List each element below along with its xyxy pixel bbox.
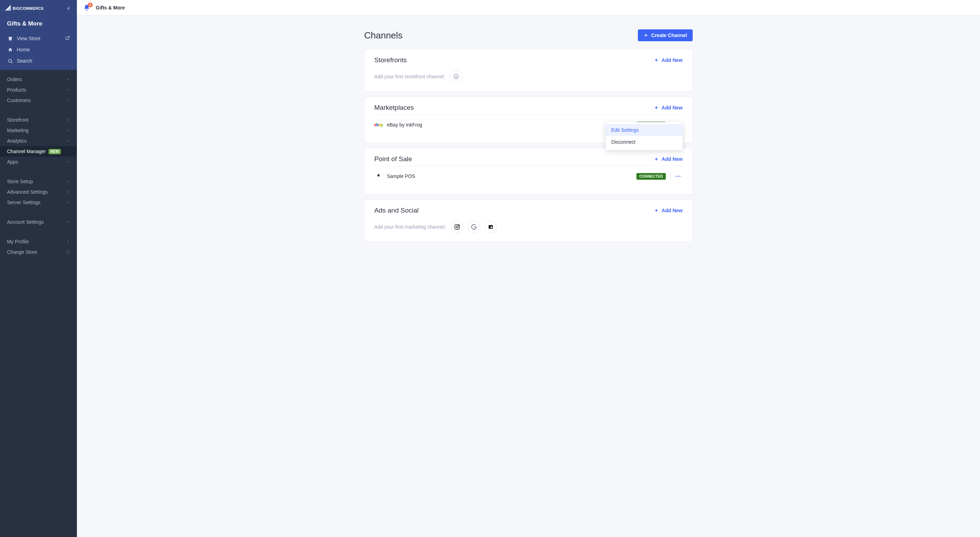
plus-icon [654,208,659,213]
breadcrumb: Gifts & More [96,5,125,11]
ads-add-new[interactable]: Add New [654,208,682,213]
pos-add-new[interactable]: Add New [654,156,682,162]
plus-icon [643,33,648,38]
notification-count: 2 [88,2,92,7]
view-store-label: View Store [17,36,40,41]
svg-point-3 [8,59,11,62]
chevron-right-icon [67,219,70,225]
marketplaces-add-new[interactable]: Add New [654,105,682,110]
nav-marketing[interactable]: Marketing [0,125,77,135]
nav-orders[interactable]: Orders [0,74,77,84]
search-label: Search [17,58,32,64]
sidebar: BIGCOMMERCE Gifts & More View Store [0,0,77,537]
brand-text: BIGCOMMERCE [13,6,43,11]
home-icon [7,47,13,53]
search-icon [7,58,13,64]
chevron-right-icon [67,178,70,184]
nav-apps[interactable]: Apps [0,157,77,167]
marketplaces-title: Marketplaces [374,104,414,112]
chevron-right-icon [67,200,70,205]
pos-icon [374,173,383,179]
svg-point-23 [456,226,458,228]
brand-logo: BIGCOMMERCE [5,5,43,12]
card-icon[interactable] [484,221,497,233]
channel-actions-menu: Edit Settings Disconnect [606,122,682,150]
channel-name: eBay by inkFrog [387,122,636,127]
plus-icon [654,105,659,110]
svg-line-2 [67,37,69,38]
storefronts-card: Storefronts Add New Add your first store… [364,49,693,92]
status-badge: CONNECTED [636,173,666,180]
channel-more-button[interactable] [673,172,682,181]
chevron-right-icon [67,159,70,165]
new-badge: NEW [49,149,60,154]
storefronts-add-new[interactable]: Add New [654,57,682,63]
store-name: Gifts & More [0,15,77,33]
store-icon [7,36,13,41]
swap-icon [66,249,70,255]
top-bar: 2 Gifts & More [77,0,980,15]
nav-store-setup[interactable]: Store Setup [0,176,77,187]
ads-title: Ads and Social [374,207,419,214]
ads-social-card: Ads and Social Add New Add your first ma… [364,199,693,242]
svg-rect-26 [491,226,492,228]
page-title: Channels [364,30,402,41]
storefronts-empty-text: Add your first storefront channel: [374,74,445,80]
svg-line-4 [11,62,12,63]
ebay-icon: ebay [374,122,383,128]
chevron-right-icon [67,189,70,195]
google-icon[interactable] [468,221,480,233]
chevron-right-icon [67,138,70,144]
sidebar-link-search[interactable]: Search [0,55,77,67]
channel-name: Sample POS [387,174,636,179]
nav-account-settings[interactable]: Account Settings [0,217,77,227]
nav-storefront[interactable]: Storefront [0,115,77,125]
instagram-icon[interactable] [451,221,463,233]
nav-my-profile[interactable]: My Profile [0,236,77,247]
nav-advanced-settings[interactable]: Advanced Settings [0,187,77,197]
chevron-right-icon [67,117,70,123]
nav-products[interactable]: Products [0,84,77,95]
nav-analytics[interactable]: Analytics [0,135,77,146]
sidebar-link-view-store[interactable]: View Store [0,33,77,44]
home-label: Home [17,47,30,53]
pos-title: Point of Sale [374,155,412,163]
svg-point-18 [678,176,679,177]
menu-edit-settings[interactable]: Edit Settings [606,124,682,136]
plus-icon [654,58,659,62]
chevron-right-icon [67,239,70,244]
sidebar-collapse-button[interactable] [67,6,71,11]
menu-disconnect[interactable]: Disconnect [606,136,682,148]
storefront-suggestion-icon[interactable] [450,70,462,83]
storefronts-title: Storefronts [374,56,407,64]
ads-empty-text: Add your first marketing channel: [374,224,446,230]
create-channel-button[interactable]: Create Channel [638,29,693,41]
nav-channel-manager[interactable]: Channel Manager NEW [0,146,77,157]
chevron-right-icon [67,87,70,92]
channel-row-sample-pos: Sample POS CONNECTED [374,166,682,186]
pos-card: Point of Sale Add New Sample POS CONNECT… [364,148,693,194]
chevron-right-icon [67,76,70,82]
nav-change-store[interactable]: Change Store [0,247,77,257]
svg-point-17 [676,176,677,177]
chevron-right-icon [67,127,70,133]
sidebar-link-home[interactable]: Home [0,44,77,55]
plus-icon [654,157,659,161]
chevron-right-icon [67,97,70,103]
svg-point-24 [458,225,459,226]
notifications-button[interactable]: 2 [83,4,90,11]
nav-server-settings[interactable]: Server Settings [0,197,77,208]
marketplaces-card: Marketplaces Add New ebay eBay by inkFro… [364,97,693,143]
sidebar-header: BIGCOMMERCE Gifts & More View Store [0,0,77,70]
nav-customers[interactable]: Customers [0,95,77,105]
external-link-icon [65,36,70,41]
sidebar-nav: Orders Products Customers Storefront [0,70,77,537]
svg-point-19 [679,176,681,177]
